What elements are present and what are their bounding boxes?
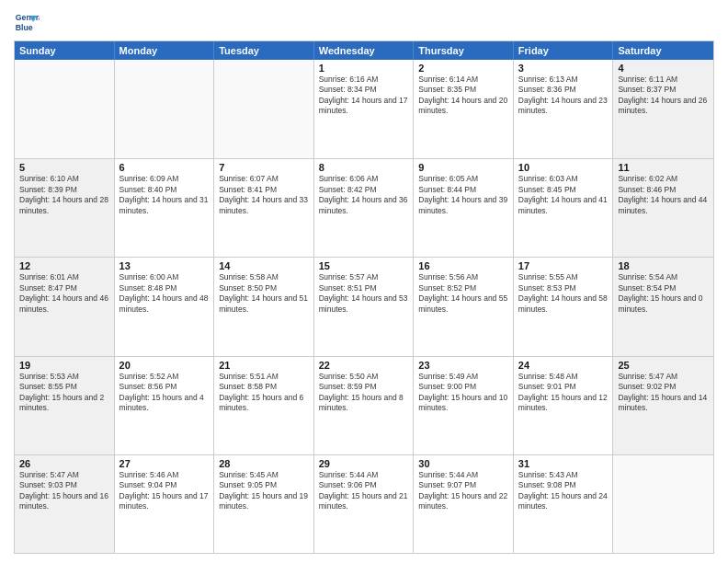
cal-cell: [214, 60, 314, 158]
day-number: 10: [518, 162, 609, 173]
day-number: 9: [418, 162, 508, 173]
cell-info: Sunrise: 5:44 AMSunset: 9:07 PMDaylight:…: [418, 470, 508, 512]
day-number: 26: [19, 458, 109, 469]
cal-cell: 13Sunrise: 6:00 AMSunset: 8:48 PMDayligh…: [115, 258, 215, 355]
cal-cell: 5Sunrise: 6:10 AMSunset: 8:39 PMDaylight…: [15, 159, 115, 257]
cal-cell: 8Sunrise: 6:06 AMSunset: 8:42 PMDaylight…: [314, 159, 415, 257]
cal-cell: 4Sunrise: 6:11 AMSunset: 8:37 PMDaylight…: [613, 60, 713, 158]
day-number: 6: [119, 162, 210, 173]
svg-text:Blue: Blue: [16, 23, 33, 32]
header-day-thursday: Thursday: [414, 41, 514, 60]
cal-cell: 21Sunrise: 5:51 AMSunset: 8:58 PMDayligh…: [214, 357, 314, 454]
cell-info: Sunrise: 5:52 AMSunset: 8:56 PMDaylight:…: [119, 372, 210, 414]
logo-icon: General Blue: [14, 9, 40, 35]
calendar-row-3: 12Sunrise: 6:01 AMSunset: 8:47 PMDayligh…: [15, 257, 713, 355]
cell-info: Sunrise: 6:05 AMSunset: 8:44 PMDaylight:…: [418, 174, 508, 216]
day-number: 28: [219, 458, 309, 469]
day-number: 5: [19, 162, 109, 173]
cell-info: Sunrise: 5:46 AMSunset: 9:04 PMDaylight:…: [119, 470, 210, 512]
cal-cell: 29Sunrise: 5:44 AMSunset: 9:06 PMDayligh…: [314, 455, 415, 553]
cell-info: Sunrise: 6:06 AMSunset: 8:42 PMDaylight:…: [319, 174, 409, 216]
day-number: 7: [219, 162, 309, 173]
day-number: 2: [418, 63, 508, 74]
day-number: 17: [518, 260, 609, 271]
cal-cell: 28Sunrise: 5:45 AMSunset: 9:05 PMDayligh…: [214, 455, 314, 553]
header-day-tuesday: Tuesday: [214, 41, 314, 60]
cell-info: Sunrise: 6:11 AMSunset: 8:37 PMDaylight:…: [618, 75, 709, 117]
day-number: 21: [219, 360, 309, 371]
cal-cell: [613, 455, 713, 553]
cal-cell: 11Sunrise: 6:02 AMSunset: 8:46 PMDayligh…: [613, 159, 713, 257]
cell-info: Sunrise: 5:44 AMSunset: 9:06 PMDaylight:…: [319, 470, 409, 512]
cell-info: Sunrise: 6:09 AMSunset: 8:40 PMDaylight:…: [119, 174, 210, 216]
cell-info: Sunrise: 6:01 AMSunset: 8:47 PMDaylight:…: [19, 272, 109, 315]
cal-cell: [15, 60, 115, 158]
cal-cell: 30Sunrise: 5:44 AMSunset: 9:07 PMDayligh…: [414, 455, 514, 553]
header-day-sunday: Sunday: [15, 41, 115, 60]
day-number: 11: [618, 162, 709, 173]
cal-cell: 15Sunrise: 5:57 AMSunset: 8:51 PMDayligh…: [314, 258, 415, 355]
day-number: 16: [418, 260, 508, 271]
calendar-row-2: 5Sunrise: 6:10 AMSunset: 8:39 PMDaylight…: [15, 158, 713, 257]
day-number: 14: [219, 260, 309, 271]
cal-cell: 1Sunrise: 6:16 AMSunset: 8:34 PMDaylight…: [314, 60, 415, 158]
cal-cell: 10Sunrise: 6:03 AMSunset: 8:45 PMDayligh…: [514, 159, 614, 257]
cell-info: Sunrise: 5:49 AMSunset: 9:00 PMDaylight:…: [418, 372, 508, 414]
header-day-monday: Monday: [115, 41, 215, 60]
cell-info: Sunrise: 6:10 AMSunset: 8:39 PMDaylight:…: [19, 174, 109, 216]
cal-cell: 16Sunrise: 5:56 AMSunset: 8:52 PMDayligh…: [414, 258, 514, 355]
cell-info: Sunrise: 6:00 AMSunset: 8:48 PMDaylight:…: [119, 272, 210, 315]
day-number: 20: [119, 360, 210, 371]
day-number: 27: [119, 458, 210, 469]
day-number: 3: [518, 63, 609, 74]
cell-info: Sunrise: 6:13 AMSunset: 8:36 PMDaylight:…: [518, 75, 609, 117]
cell-info: Sunrise: 5:47 AMSunset: 9:02 PMDaylight:…: [618, 372, 709, 414]
day-number: 18: [618, 260, 709, 271]
cell-info: Sunrise: 5:53 AMSunset: 8:55 PMDaylight:…: [19, 372, 109, 414]
cal-cell: 2Sunrise: 6:14 AMSunset: 8:35 PMDaylight…: [414, 60, 514, 158]
header: General Blue: [14, 9, 714, 35]
page: General Blue SundayMondayTuesdayWednesda…: [0, 0, 728, 563]
cell-info: Sunrise: 5:50 AMSunset: 8:59 PMDaylight:…: [319, 372, 409, 414]
cell-info: Sunrise: 6:16 AMSunset: 8:34 PMDaylight:…: [319, 75, 409, 117]
day-number: 29: [319, 458, 409, 469]
cal-cell: 20Sunrise: 5:52 AMSunset: 8:56 PMDayligh…: [115, 357, 215, 454]
cal-cell: [115, 60, 215, 158]
cal-cell: 14Sunrise: 5:58 AMSunset: 8:50 PMDayligh…: [214, 258, 314, 355]
cal-cell: 31Sunrise: 5:43 AMSunset: 9:08 PMDayligh…: [514, 455, 614, 553]
cal-cell: 25Sunrise: 5:47 AMSunset: 9:02 PMDayligh…: [613, 357, 713, 454]
day-number: 13: [119, 260, 210, 271]
day-number: 15: [319, 260, 409, 271]
calendar-row-1: 1Sunrise: 6:16 AMSunset: 8:34 PMDaylight…: [15, 60, 713, 158]
cal-cell: 27Sunrise: 5:46 AMSunset: 9:04 PMDayligh…: [115, 455, 215, 553]
header-day-saturday: Saturday: [613, 41, 713, 60]
cell-info: Sunrise: 5:45 AMSunset: 9:05 PMDaylight:…: [219, 470, 309, 512]
day-number: 31: [518, 458, 609, 469]
calendar-header: SundayMondayTuesdayWednesdayThursdayFrid…: [15, 41, 713, 60]
cell-info: Sunrise: 5:56 AMSunset: 8:52 PMDaylight:…: [418, 272, 508, 315]
cal-cell: 3Sunrise: 6:13 AMSunset: 8:36 PMDaylight…: [514, 60, 614, 158]
cal-cell: 6Sunrise: 6:09 AMSunset: 8:40 PMDaylight…: [115, 159, 215, 257]
calendar: SundayMondayTuesdayWednesdayThursdayFrid…: [14, 40, 714, 554]
day-number: 23: [418, 360, 508, 371]
day-number: 25: [618, 360, 709, 371]
cal-cell: 22Sunrise: 5:50 AMSunset: 8:59 PMDayligh…: [314, 357, 415, 454]
day-number: 4: [618, 63, 709, 74]
cell-info: Sunrise: 5:43 AMSunset: 9:08 PMDaylight:…: [518, 470, 609, 512]
logo: General Blue: [14, 9, 40, 35]
day-number: 22: [319, 360, 409, 371]
cal-cell: 23Sunrise: 5:49 AMSunset: 9:00 PMDayligh…: [414, 357, 514, 454]
cal-cell: 18Sunrise: 5:54 AMSunset: 8:54 PMDayligh…: [613, 258, 713, 355]
cell-info: Sunrise: 5:54 AMSunset: 8:54 PMDaylight:…: [618, 272, 709, 315]
cal-cell: 9Sunrise: 6:05 AMSunset: 8:44 PMDaylight…: [414, 159, 514, 257]
cal-cell: 7Sunrise: 6:07 AMSunset: 8:41 PMDaylight…: [214, 159, 314, 257]
calendar-row-4: 19Sunrise: 5:53 AMSunset: 8:55 PMDayligh…: [15, 356, 713, 454]
day-number: 19: [19, 360, 109, 371]
cell-info: Sunrise: 5:47 AMSunset: 9:03 PMDaylight:…: [19, 470, 109, 512]
cell-info: Sunrise: 6:03 AMSunset: 8:45 PMDaylight:…: [518, 174, 609, 216]
header-day-wednesday: Wednesday: [314, 41, 415, 60]
cell-info: Sunrise: 5:48 AMSunset: 9:01 PMDaylight:…: [518, 372, 609, 414]
cell-info: Sunrise: 5:57 AMSunset: 8:51 PMDaylight:…: [319, 272, 409, 315]
cal-cell: 17Sunrise: 5:55 AMSunset: 8:53 PMDayligh…: [514, 258, 614, 355]
cell-info: Sunrise: 5:58 AMSunset: 8:50 PMDaylight:…: [219, 272, 309, 315]
